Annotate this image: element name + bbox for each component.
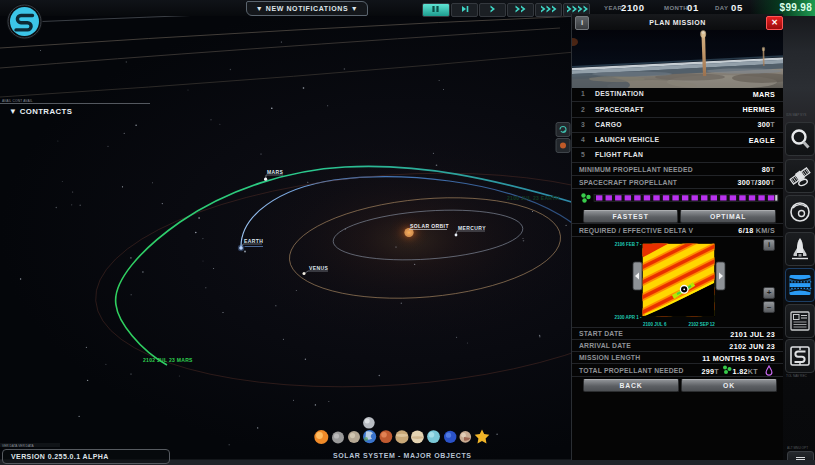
svg-text:VER DATA VER DATA: VER DATA VER DATA — [2, 444, 35, 448]
svg-text:MERCURY: MERCURY — [458, 225, 486, 231]
svg-text:SOLAR SYSTEM - MAJOR OBJECTS: SOLAR SYSTEM - MAJOR OBJECTS — [333, 452, 472, 459]
svg-text:2102 SEP 12: 2102 SEP 12 — [688, 322, 715, 327]
svg-text:SOLAR ORBIT: SOLAR ORBIT — [410, 223, 449, 229]
svg-text:2100 JUL 23 EARTH: 2100 JUL 23 EARTH — [507, 195, 560, 201]
svg-text:2100 JUL 6: 2100 JUL 6 — [643, 322, 667, 327]
svg-text:2102 JUL 23 MARS: 2102 JUL 23 MARS — [143, 357, 193, 363]
svg-text:EARTH: EARTH — [244, 238, 263, 244]
svg-text:MARS: MARS — [267, 169, 284, 175]
svg-text:VENUS: VENUS — [309, 265, 328, 271]
svg-text:2100 APR 1 -: 2100 APR 1 - — [614, 315, 642, 320]
svg-text:2106 FEB 7 -: 2106 FEB 7 - — [615, 242, 642, 247]
svg-text:AVAIL CONT AVAIL: AVAIL CONT AVAIL — [2, 99, 33, 103]
